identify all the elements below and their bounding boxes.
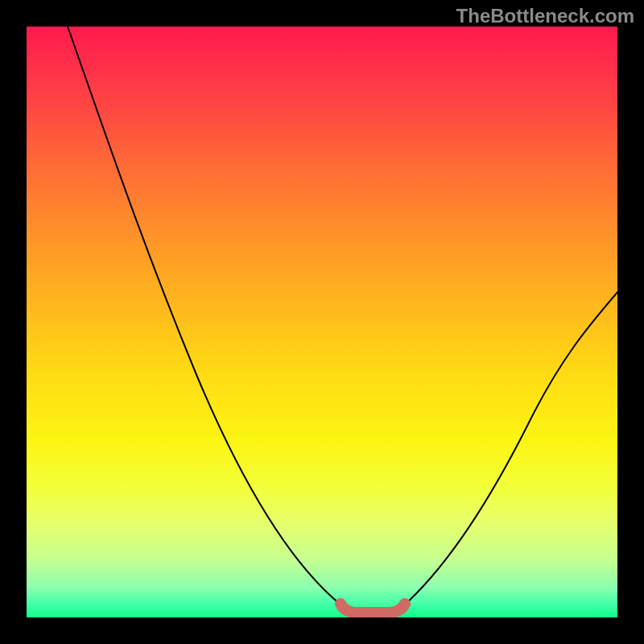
chart-frame: TheBottleneck.com	[0, 0, 644, 644]
right-curve	[405, 292, 617, 605]
watermark-text: TheBottleneck.com	[456, 5, 634, 27]
bottom-u-highlight	[341, 604, 405, 613]
left-curve	[68, 27, 341, 605]
chart-svg	[27, 27, 617, 617]
plot-area	[27, 27, 617, 617]
